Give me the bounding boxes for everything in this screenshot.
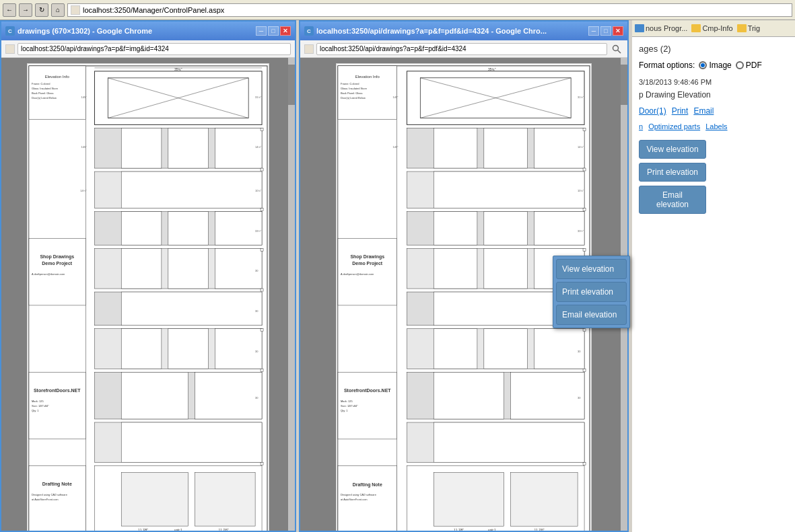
svg-rect-49 — [195, 372, 262, 419]
optimized-parts-link[interactable]: Optimized parts — [648, 122, 700, 130]
left-close-button[interactable]: ✕ — [280, 26, 291, 36]
popup-print-elevation-button[interactable]: Print elevation — [556, 282, 627, 302]
bookmark-trig[interactable]: Trig — [737, 24, 761, 32]
svg-rect-143 — [583, 128, 586, 130]
left-window-buttons: ─ □ ✕ — [256, 26, 291, 36]
svg-text:Shop Drawings: Shop Drawings — [350, 254, 384, 260]
svg-rect-146 — [583, 248, 586, 251]
left-url-text: localhost:3250/api/drawings?a=p&f=img&id… — [21, 45, 169, 52]
email-elevation-button[interactable]: Email elevation — [639, 186, 706, 214]
right-panel-main: ages (2) Format options: Image PDF 3/18/… — [632, 37, 795, 532]
svg-rect-107 — [484, 128, 528, 168]
home-button[interactable]: ⌂ — [51, 3, 65, 17]
svg-rect-44 — [121, 329, 162, 369]
right-chrome-favicon: C — [304, 26, 314, 36]
right-maximize-button[interactable]: □ — [600, 26, 611, 36]
search-icon[interactable] — [610, 43, 623, 55]
svg-rect-114 — [534, 212, 584, 245]
svg-text:30: 30 — [578, 396, 581, 400]
drawing-elevation-label: p Drawing Elevation — [639, 90, 788, 100]
main-address-bar[interactable]: localhost:3250/Manager/ControlPanel.aspx — [67, 3, 792, 17]
left-minimize-button[interactable]: ─ — [256, 26, 267, 36]
svg-text:Drafting Note: Drafting Note — [42, 482, 72, 487]
svg-text:Demo Project: Demo Project — [352, 261, 383, 266]
svg-rect-71 — [261, 329, 263, 332]
svg-rect-148 — [583, 329, 586, 332]
pages-count: ages (2) — [639, 44, 788, 54]
svg-rect-113 — [484, 212, 528, 245]
left-drawing-svg: Elevation Info Frame: Colored Glass: Ins… — [28, 64, 269, 531]
refresh-button[interactable]: ↻ — [35, 3, 48, 17]
bookmark-prog-icon — [635, 24, 644, 32]
svg-rect-29 — [168, 128, 209, 168]
svg-text:at AutoStoreFront.com: at AutoStoreFront.com — [32, 498, 59, 501]
svg-text:StorefrontDoors.NET: StorefrontDoors.NET — [34, 388, 81, 393]
left-maximize-button[interactable]: □ — [268, 26, 279, 36]
svg-text:Glass: Insulated Store: Glass: Insulated Store — [32, 87, 59, 90]
svg-text:31¼": 31¼" — [578, 96, 584, 99]
left-scrollbar[interactable] — [288, 58, 295, 531]
svg-point-77 — [613, 45, 619, 50]
svg-rect-122 — [434, 329, 477, 369]
left-url-favicon — [5, 44, 15, 54]
left-chrome-window: C drawings (670×1302) - Google Chrome ─ … — [0, 20, 296, 532]
svg-text:at AutoStoreFront.com: at AutoStoreFront.com — [341, 498, 368, 501]
bookmark-trig-label: Trig — [748, 24, 761, 32]
forward-button[interactable]: → — [19, 3, 32, 17]
radio-image[interactable] — [699, 61, 707, 69]
door-link[interactable]: Door(1) — [639, 106, 666, 116]
svg-text:33½": 33½" — [578, 229, 584, 233]
bookmark-prog[interactable]: nous Progr... — [635, 24, 687, 32]
email-link[interactable]: Email — [693, 106, 714, 116]
svg-rect-112 — [434, 212, 477, 245]
n-sub-link[interactable]: n — [639, 122, 643, 130]
svg-text:Size: 120"x84": Size: 120"x84" — [341, 404, 358, 408]
svg-text:Frame: Colored: Frame: Colored — [32, 82, 50, 85]
right-close-button[interactable]: ✕ — [613, 26, 623, 36]
left-scrollbar-thumb[interactable] — [288, 65, 295, 105]
right-minimize-button[interactable]: ─ — [588, 26, 599, 36]
svg-text:Door(s) Listed Below: Door(s) Listed Below — [341, 96, 366, 100]
svg-text:unit:1: unit:1 — [174, 529, 182, 531]
svg-text:Designed using CAD software: Designed using CAD software — [32, 493, 68, 496]
action-links-row: Door(1) Print Email — [639, 106, 788, 116]
svg-text:10¼": 10¼" — [255, 189, 262, 192]
labels-link[interactable]: Labels — [705, 122, 727, 130]
svg-rect-70 — [261, 289, 263, 291]
svg-text:33½": 33½" — [255, 229, 262, 233]
svg-text:31¼": 31¼" — [255, 96, 262, 99]
view-elevation-button[interactable]: View elevation — [639, 140, 706, 159]
left-url-input[interactable]: localhost:3250/api/drawings?a=p&f=img&id… — [18, 43, 291, 55]
format-image-label[interactable]: Image — [699, 61, 731, 70]
svg-rect-108 — [534, 128, 584, 168]
back-button[interactable]: ← — [3, 3, 16, 17]
bookmark-cmpinfo[interactable]: Cmp-Info — [691, 24, 732, 32]
svg-rect-42 — [121, 292, 262, 326]
format-pdf-label[interactable]: PDF — [736, 61, 762, 70]
radio-pdf[interactable] — [736, 61, 744, 69]
print-link[interactable]: Print — [672, 106, 689, 116]
svg-text:11 7⁄8": 11 7⁄8" — [218, 529, 228, 531]
left-drawing-page: Elevation Info Frame: Colored Glass: Ins… — [27, 63, 269, 531]
svg-rect-117 — [484, 248, 528, 289]
svg-text:Mark: 125: Mark: 125 — [341, 400, 353, 403]
svg-text:Frame: Colored: Frame: Colored — [341, 82, 359, 85]
right-scrollbar-thumb[interactable] — [621, 65, 627, 105]
right-url-input[interactable]: localhost:3250/api/drawings?a=p&f=pdf&id… — [316, 43, 607, 55]
left-window-title: drawings (670×1302) - Google Chrome — [18, 27, 253, 35]
bookmark-cmpinfo-label: Cmp-Info — [702, 24, 732, 32]
right-window-title: localhost:3250/api/drawings?a=p&f=pdf&id… — [316, 27, 586, 35]
svg-text:unit:1: unit:1 — [488, 529, 496, 531]
svg-text:StorefrontDoors.NET: StorefrontDoors.NET — [344, 388, 391, 393]
svg-text:Mark: 125: Mark: 125 — [32, 400, 44, 403]
popup-view-elevation-button[interactable]: View elevation — [556, 259, 627, 279]
main-url: localhost:3250/Manager/ControlPanel.aspx — [83, 6, 224, 14]
svg-text:145": 145" — [81, 96, 87, 99]
svg-rect-45 — [168, 329, 209, 369]
svg-text:Qty: 1: Qty: 1 — [32, 409, 39, 412]
svg-text:30: 30 — [255, 350, 258, 353]
browser-toolbar: ← → ↻ ⌂ localhost:3250/Manager/ControlPa… — [0, 0, 795, 20]
print-elevation-button[interactable]: Print elevation — [639, 163, 706, 182]
svg-text:A.draftperson@domain.com: A.draftperson@domain.com — [32, 272, 65, 276]
popup-email-elevation-button[interactable]: Email elevation — [556, 305, 627, 325]
